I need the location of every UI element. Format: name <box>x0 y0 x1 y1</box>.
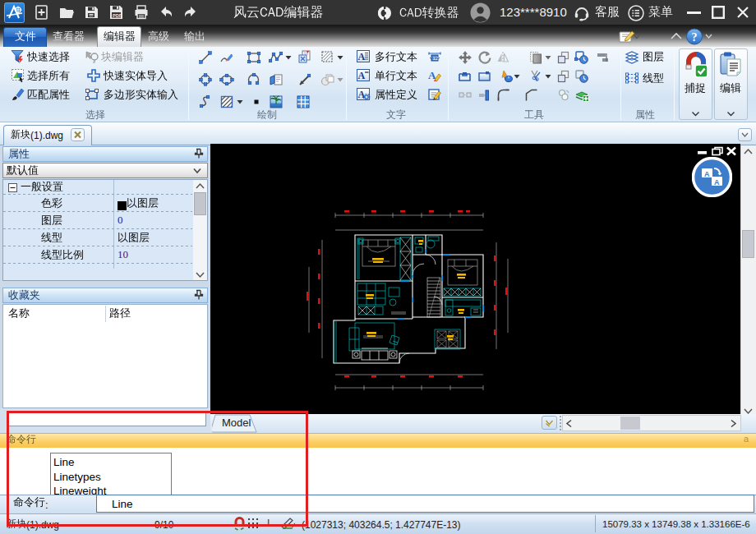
svg-text:A: A <box>358 51 366 62</box>
svg-text:12: 12 <box>433 56 439 61</box>
svg-text:A: A <box>358 89 366 100</box>
svg-text:?: ? <box>692 31 698 44</box>
svg-text:PDF: PDF <box>113 13 122 18</box>
svg-text:A: A <box>358 70 366 81</box>
